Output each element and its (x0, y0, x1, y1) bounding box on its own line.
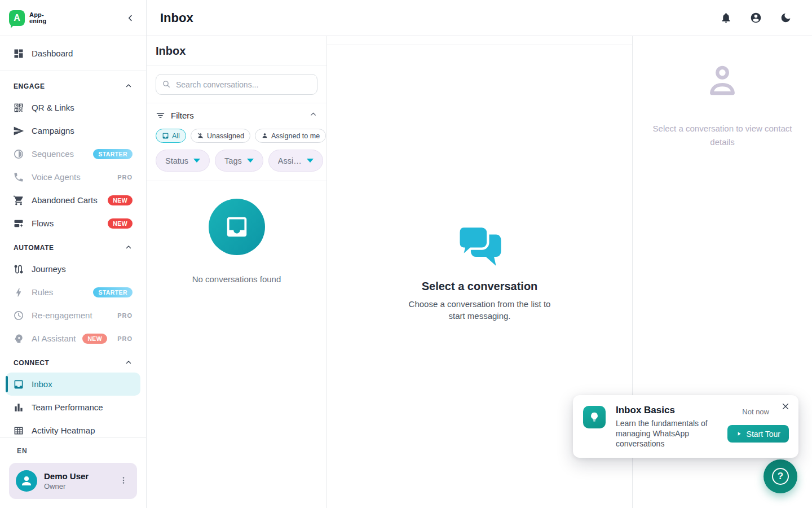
user-meta: Demo User Owner (44, 471, 89, 491)
filter-icon (156, 111, 165, 120)
notifications-button[interactable] (720, 12, 732, 24)
person-off-icon (197, 132, 204, 139)
sidebar-item-rules[interactable]: Rules STARTER (0, 281, 146, 304)
starter-badge: STARTER (93, 149, 133, 159)
sidebar-item-label: Activity Heatmap (32, 426, 95, 435)
sidebar-item-dashboard[interactable]: Dashboard (0, 42, 146, 65)
user-role: Owner (44, 482, 89, 491)
caret-down-icon (307, 159, 314, 163)
filter-chip-all[interactable]: All (156, 129, 186, 143)
filter-chip-unassigned[interactable]: Unassigned (191, 129, 250, 143)
user-card[interactable]: Demo User Owner (9, 463, 137, 499)
language-selector[interactable]: EN (17, 447, 146, 455)
search-box (156, 74, 317, 95)
pro-label: PRO (117, 335, 133, 342)
inbox-icon (224, 214, 250, 240)
chevron-up-icon (309, 110, 317, 121)
popover-title: Inbox Basics (616, 405, 675, 416)
empty-inbox-badge (209, 199, 265, 255)
sidebar-item-voice-agents[interactable]: Voice Agents PRO (0, 165, 146, 189)
sidebar-item-sequences[interactable]: Sequences STARTER (0, 142, 146, 165)
person-icon (261, 132, 268, 139)
app-name: App- ening (29, 12, 46, 24)
account-circle-icon (750, 12, 762, 24)
start-tour-label: Start Tour (747, 430, 780, 439)
play-icon (736, 431, 742, 437)
lightbulb-badge (583, 406, 606, 428)
sidebar-item-label: Re-engagement (32, 310, 92, 320)
empty-state-text: No conversations found (192, 274, 281, 284)
account-button[interactable] (749, 12, 762, 24)
app-name-line2: ening (29, 18, 46, 24)
contrast-icon (13, 148, 24, 160)
chat-empty-subtitle: Choose a conversation from the list to s… (404, 298, 556, 322)
sidebar-item-label: Inbox (32, 379, 52, 389)
bolt-icon (13, 287, 24, 298)
sidebar-item-qr-links[interactable]: QR & Links (0, 96, 146, 119)
route-icon (13, 264, 24, 275)
status-dropdown[interactable]: Status (156, 150, 210, 172)
assignee-dropdown[interactable]: Assign... (268, 150, 323, 172)
dropdown-label: Status (165, 156, 188, 165)
chevron-up-icon (125, 243, 133, 253)
sidebar-item-campaigns[interactable]: Campaigns (0, 119, 146, 142)
section-automate[interactable]: AUTOMATE (0, 238, 146, 257)
chat-header-strip (327, 36, 632, 45)
filter-chip-assigned-to-me[interactable]: Assigned to me (255, 129, 326, 143)
sidebar-item-flows[interactable]: Flows NEW (0, 212, 146, 235)
moon-icon (780, 12, 792, 24)
phone-icon (13, 172, 24, 183)
kebab-menu-icon (118, 475, 129, 485)
start-tour-button[interactable]: Start Tour (727, 425, 789, 443)
psychology-icon (13, 333, 24, 344)
chevron-up-icon (125, 358, 133, 368)
sidebar-item-abandoned-carts[interactable]: Abandoned Carts NEW (0, 189, 146, 212)
caret-down-icon (193, 159, 200, 163)
sidebar-item-label: Abandoned Carts (32, 195, 98, 205)
starter-badge: STARTER (93, 287, 133, 297)
chip-label: All (172, 132, 180, 140)
conversation-list-panel: Inbox Filters All Unassigned (147, 36, 327, 508)
app-logo: A (9, 10, 25, 26)
divider (0, 71, 146, 71)
sidebar-item-label: QR & Links (32, 103, 74, 112)
sidebar-item-inbox[interactable]: Inbox (6, 373, 140, 396)
top-header: Inbox (147, 0, 812, 36)
dashboard-icon (13, 48, 24, 59)
pro-label: PRO (117, 174, 133, 181)
logo-letter: A (14, 13, 20, 23)
pro-label: PRO (117, 312, 133, 319)
page-title: Inbox (160, 11, 193, 25)
sidebar-collapse-button[interactable] (123, 11, 137, 25)
sidebar-item-activity-heatmap[interactable]: Activity Heatmap (0, 419, 146, 437)
search-input[interactable] (156, 74, 317, 95)
inbox-icon (162, 132, 169, 139)
chip-label: Unassigned (207, 132, 244, 140)
popover-body: Learn the fundamentals of managing Whats… (616, 418, 720, 449)
section-connect[interactable]: CONNECT (0, 353, 146, 373)
close-icon[interactable] (779, 401, 792, 413)
lightbulb-icon (588, 411, 601, 423)
not-now-button[interactable]: Not now (742, 408, 769, 416)
sidebar-item-label: Campaigns (32, 126, 74, 135)
dark-mode-button[interactable] (779, 12, 792, 24)
person-icon (20, 474, 33, 488)
user-menu-button[interactable] (117, 474, 130, 488)
sidebar-item-label: Rules (32, 287, 53, 297)
filter-chips: All Unassigned Assigned to me (156, 129, 317, 143)
list-panel-header: Inbox (147, 36, 326, 66)
flows-icon (13, 218, 24, 229)
sidebar-item-label: Flows (32, 218, 54, 228)
inbox-icon (13, 379, 24, 390)
sidebar-item-team-performance[interactable]: Team Performance (0, 396, 146, 419)
tags-dropdown[interactable]: Tags (215, 150, 263, 172)
sidebar-item-ai-assistant[interactable]: AI Assistant NEW PRO (0, 327, 146, 350)
dropdown-label: Assign... (278, 156, 302, 165)
section-engage[interactable]: ENGAGE (0, 77, 146, 96)
sidebar-item-re-engagement[interactable]: Re-engagement PRO (0, 304, 146, 327)
filters-section: Filters All Unassigned Assigned to me (147, 103, 326, 181)
filters-header[interactable]: Filters (156, 110, 317, 121)
sidebar-nav: Dashboard ENGAGE QR & Links Campaigns Se… (0, 36, 146, 437)
sidebar-item-journeys[interactable]: Journeys (0, 257, 146, 281)
help-button[interactable]: ? (764, 459, 797, 493)
